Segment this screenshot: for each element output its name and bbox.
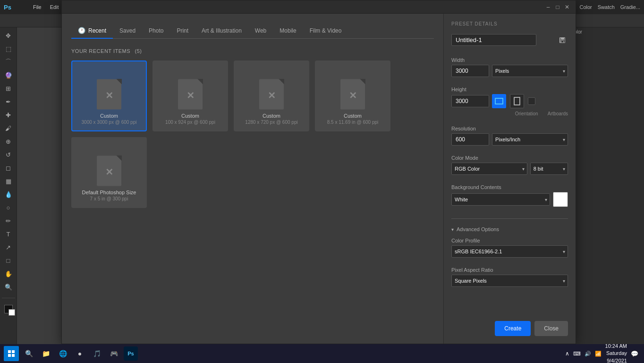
tool-gradient[interactable]: ▦	[2, 175, 15, 187]
ps-right-panel: Color	[568, 27, 644, 344]
recent-item-3[interactable]: ✕ Custom 8.5 x 11.69 in @ 600 ppi	[315, 60, 390, 131]
tool-healing[interactable]: ✚	[2, 109, 15, 121]
ps-swatch-tab[interactable]: Swatch	[598, 4, 615, 10]
advanced-toggle[interactable]: ▾ Advanced Options	[451, 226, 568, 232]
maximize-button[interactable]: □	[553, 2, 562, 12]
game-button[interactable]: 🎮	[107, 346, 121, 361]
tab-film[interactable]: Film & Video	[303, 23, 348, 39]
svg-rect-3	[12, 354, 15, 357]
recent-header-text: YOUR RECENT ITEMS	[71, 48, 130, 54]
tool-brush[interactable]: 🖌	[2, 122, 15, 134]
bg-contents-row: Background Contents White Black Backgrou…	[451, 184, 568, 207]
tab-web-label: Web	[255, 27, 266, 34]
tab-mobile-label: Mobile	[280, 27, 296, 34]
doc-icon-3: ✕	[340, 79, 365, 110]
color-mode-wrapper: RGB Color CMYK Color Grayscale	[451, 163, 527, 175]
height-row: Height Orientation Artboa	[451, 86, 568, 116]
file-explorer-button[interactable]: 📁	[39, 346, 53, 361]
music-button[interactable]: 🎵	[90, 346, 104, 361]
width-input[interactable]	[451, 65, 489, 77]
clock-date: Saturday	[605, 350, 627, 357]
edge-button[interactable]: 🌐	[56, 346, 70, 361]
resolution-unit-select[interactable]: Pixels/Inch Pixels/Centimeter	[492, 133, 568, 146]
recent-item-icon-3: ✕	[339, 78, 367, 111]
artboards-checkbox[interactable]	[528, 97, 535, 105]
recent-item-0[interactable]: ✕ Custom 3000 x 3000 px @ 600 ppi	[71, 60, 147, 131]
chrome-button[interactable]: ●	[73, 346, 87, 361]
resolution-input-row: Pixels/Inch Pixels/Centimeter	[451, 133, 568, 146]
search-taskbar-button[interactable]: 🔍	[22, 346, 36, 361]
color-mode-label: Color Mode	[451, 155, 568, 161]
tab-print[interactable]: Print	[170, 23, 195, 39]
recent-item-2[interactable]: ✕ Custom 1280 x 720 px @ 600 ppi	[234, 60, 309, 131]
orientation-portrait-button[interactable]	[510, 94, 524, 108]
clock-date-full: 9/4/2021	[605, 357, 627, 363]
tool-history[interactable]: ↺	[2, 148, 15, 161]
height-input[interactable]	[451, 95, 489, 107]
width-unit-select[interactable]: Pixels Inches Centimeters	[492, 65, 568, 77]
notification-icon[interactable]: 💬	[631, 350, 638, 357]
create-button[interactable]: Create	[495, 321, 531, 336]
save-preset-button[interactable]	[557, 35, 568, 46]
menu-file[interactable]: File	[29, 3, 45, 11]
recent-item-icon-1: ✕	[176, 78, 204, 111]
modal-content-left: 🕐 Recent Saved Photo Print Art & Illustr…	[62, 14, 443, 344]
tool-foreground[interactable]	[2, 303, 15, 315]
menu-edit[interactable]: Edit	[46, 3, 63, 11]
tool-shape[interactable]: □	[2, 254, 15, 267]
tool-path[interactable]: ↗	[2, 241, 15, 253]
modal-buttons: Create Close	[451, 321, 568, 336]
recent-item-name-0: Custom	[100, 113, 118, 119]
keyboard-icon: ⌨	[573, 351, 581, 357]
tool-clone[interactable]: ⊕	[2, 135, 15, 147]
tool-blur[interactable]: 💧	[2, 188, 15, 200]
bg-color-preview[interactable]	[553, 192, 568, 207]
ps-color-tab[interactable]: Color	[579, 4, 592, 10]
doc-x-1: ✕	[186, 90, 195, 101]
color-depth-wrapper: 8 bit 16 bit 32 bit	[530, 163, 568, 175]
pixel-aspect-select[interactable]: Square Pixels D1/DV NTSC (0.91)	[451, 275, 568, 287]
tool-eraser[interactable]: ◻	[2, 162, 15, 174]
tool-select[interactable]: ⬚	[2, 43, 15, 55]
minimize-button[interactable]: –	[543, 2, 553, 12]
bg-contents-label: Background Contents	[451, 184, 568, 190]
preset-title-input[interactable]	[451, 34, 536, 46]
tool-zoom[interactable]: 🔍	[2, 281, 15, 293]
recent-item-1[interactable]: ✕ Custom 100 x 924 px @ 600 ppi	[153, 60, 228, 131]
color-profile-select[interactable]: sRGB IEC61966-2.1 Adobe RGB (1998)	[451, 245, 568, 258]
tool-crop[interactable]: ⊞	[2, 82, 15, 95]
tool-move[interactable]: ✥	[2, 29, 15, 42]
color-depth-select[interactable]: 8 bit 16 bit 32 bit	[530, 163, 568, 175]
color-profile-input-row: sRGB IEC61966-2.1 Adobe RGB (1998)	[451, 245, 568, 258]
recent-item-4[interactable]: ✕ Default Photoshop Size 7 x 5 in @ 300 …	[71, 137, 147, 208]
width-unit-wrapper: Pixels Inches Centimeters	[492, 65, 568, 77]
resolution-input[interactable]	[451, 133, 489, 146]
tool-hand[interactable]: ✋	[2, 268, 15, 280]
ps-gradient-tab[interactable]: Gradie...	[620, 4, 640, 10]
tool-magic[interactable]: 🔮	[2, 69, 15, 81]
photoshop-taskbar-button[interactable]: Ps	[124, 346, 138, 361]
tool-lasso[interactable]: ⌒	[2, 56, 15, 68]
close-window-button[interactable]: ✕	[562, 2, 572, 12]
svg-rect-1	[12, 350, 15, 353]
clock-time: 10:24 AM	[605, 343, 627, 350]
tab-recent[interactable]: 🕐 Recent	[71, 23, 113, 39]
bg-contents-select[interactable]: White Black Background Color Transparent	[451, 193, 550, 206]
start-button[interactable]	[4, 346, 19, 361]
tab-mobile[interactable]: Mobile	[273, 23, 303, 39]
tool-eyedropper[interactable]: ✒	[2, 95, 15, 108]
clock-icon: 🕐	[78, 27, 85, 34]
new-document-modal: – □ ✕ 🕐 Recent Saved Photo Print	[61, 0, 576, 344]
color-mode-select[interactable]: RGB Color CMYK Color Grayscale	[451, 163, 527, 175]
tab-saved[interactable]: Saved	[113, 23, 142, 39]
tool-type[interactable]: T	[2, 228, 15, 240]
tab-photo[interactable]: Photo	[142, 23, 170, 39]
tool-pen[interactable]: ✏	[2, 215, 15, 227]
orientation-landscape-button[interactable]	[492, 94, 506, 108]
recent-item-icon-2: ✕	[257, 78, 286, 111]
clock[interactable]: 10:24 AM Saturday 9/4/2021	[605, 343, 627, 363]
tool-dodge[interactable]: ○	[2, 201, 15, 214]
close-button[interactable]: Close	[534, 321, 568, 336]
tab-art[interactable]: Art & Illustration	[195, 23, 248, 39]
tab-web[interactable]: Web	[248, 23, 273, 39]
